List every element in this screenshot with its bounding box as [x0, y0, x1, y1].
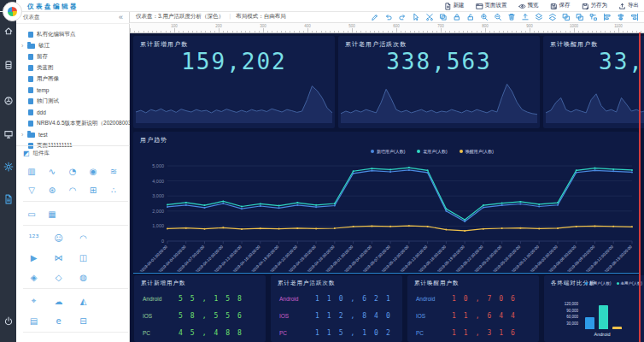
- save-as-button[interactable]: 另存为: [582, 0, 608, 14]
- divider: [23, 225, 128, 226]
- component-library-header: ◩ 组件库: [23, 150, 50, 157]
- ruler-tick: [179, 31, 179, 32]
- stats-panel-title: 累计新增用户数: [141, 280, 186, 287]
- tree-item[interactable]: 类蓝图: [16, 62, 130, 74]
- widget-bar-chart-icon[interactable]: ▥: [21, 162, 42, 180]
- widget-donut-chart-icon[interactable]: ◉: [83, 162, 103, 180]
- sidebar-item-settings[interactable]: [0, 162, 16, 172]
- tree-item[interactable]: ddd: [16, 107, 130, 118]
- widget-grid-widget-icon[interactable]: ▦: [71, 335, 96, 342]
- widget-arc-widget-icon[interactable]: ◠: [71, 228, 96, 247]
- widget-search-widget-icon[interactable]: ◎: [46, 335, 71, 342]
- collapse-panel-button[interactable]: «: [119, 14, 123, 21]
- sidebar-item-dashboard[interactable]: [0, 96, 16, 106]
- widget-number-widget-icon[interactable]: ¹²³: [21, 228, 46, 247]
- sidebar-item-monitor[interactable]: [0, 129, 16, 139]
- file-icon: [28, 65, 33, 71]
- ruler-tick: [578, 31, 579, 32]
- widget-tab-widget-icon[interactable]: ▭: [21, 204, 42, 223]
- widget-radar-chart-icon[interactable]: ⊛: [42, 180, 62, 199]
- tree-item[interactable]: 用户画像: [16, 74, 130, 85]
- group-button[interactable]: [589, 13, 598, 21]
- ruler-tick: [477, 31, 477, 32]
- sidebar-item-pdf[interactable]: [0, 194, 16, 204]
- zoom-in-button[interactable]: [480, 13, 489, 21]
- sidebar-item-database[interactable]: [0, 60, 16, 70]
- stats-row-value: 11,644: [452, 312, 523, 320]
- align-right-button[interactable]: [630, 13, 639, 21]
- widget-globe-widget-icon[interactable]: ◍: [71, 268, 96, 286]
- widget-gauge-chart-icon[interactable]: ◠: [62, 180, 83, 199]
- widget-scatter-chart-icon[interactable]: ∴: [103, 180, 124, 199]
- cursor-button[interactable]: [412, 13, 420, 21]
- tree-item[interactable]: temp: [16, 85, 130, 96]
- legend-item[interactable]: 新用户(人数): [585, 281, 612, 286]
- ruler-tick: [530, 28, 530, 32]
- cut-button[interactable]: [425, 13, 434, 21]
- widget-pie-chart-icon[interactable]: ◔: [62, 162, 83, 180]
- widget-web-widget-icon[interactable]: e: [46, 311, 71, 330]
- new-button[interactable]: 新建: [444, 0, 465, 14]
- horizontal-ruler: 10020030040050060070080090010001100: [130, 23, 644, 33]
- chevron-right-icon: ›: [21, 43, 27, 49]
- widget-funnel-chart-icon[interactable]: ▽: [21, 180, 42, 199]
- widget-diamond-widget-icon[interactable]: ◈: [21, 268, 46, 286]
- align-left-button[interactable]: [603, 13, 612, 21]
- align-center-button[interactable]: [617, 13, 625, 21]
- widget-video-widget-icon[interactable]: ▶: [21, 248, 46, 267]
- copy-button[interactable]: [439, 13, 448, 21]
- widget-emoji-widget-icon[interactable]: ☺: [46, 228, 71, 247]
- upload-button[interactable]: [521, 13, 530, 21]
- ruler-tick: [547, 31, 548, 32]
- ruler-label: 200: [215, 24, 222, 28]
- zoom-out-button[interactable]: [494, 13, 502, 21]
- send-back-button[interactable]: [576, 13, 584, 21]
- tree-item[interactable]: 独门测试: [16, 96, 130, 107]
- widget-folder-widget-icon[interactable]: ⊟: [71, 311, 96, 330]
- preview-button[interactable]: 预览: [518, 0, 539, 14]
- trash-button[interactable]: [507, 13, 516, 21]
- export-button[interactable]: 导出: [618, 0, 639, 14]
- undo-button[interactable]: [384, 13, 393, 21]
- page-settings-button[interactable]: 页面设置: [476, 0, 507, 14]
- tree-item[interactable]: ›test: [16, 129, 130, 140]
- tree-item[interactable]: 留存: [16, 51, 130, 62]
- widget-map-pin-widget-icon[interactable]: ⌖: [21, 292, 46, 310]
- dashboard-tree-panel: 仪表盘 « 私有化编辑节点›敏江留存类蓝图用户画像temp独门测试dddNRBV…: [16, 11, 130, 342]
- widget-split-widget-icon[interactable]: ◫: [71, 248, 96, 267]
- kpi-sparkline-chart: [341, 80, 537, 127]
- unlock-button[interactable]: [466, 13, 475, 21]
- export-icon: [618, 0, 626, 14]
- tree-item[interactable]: 私有化编辑节点: [16, 29, 130, 40]
- dashboard-canvas[interactable]: 累计新增用户数159,202累计老用户活跃次数338,563累计唤醒用户数33,…: [130, 32, 644, 342]
- save-button[interactable]: 保存: [550, 0, 571, 14]
- ruler-tick: [383, 31, 383, 32]
- widget-flip-widget-icon[interactable]: ⋈: [46, 248, 71, 267]
- sidebar-item-home[interactable]: [0, 26, 16, 36]
- widget-list-widget-icon[interactable]: ≡: [21, 335, 46, 342]
- stats-row-value: 11,316: [452, 329, 523, 337]
- widget-shape-widget-icon[interactable]: ◇: [46, 268, 71, 286]
- tree-item[interactable]: NRBV4.6.5版本更新说明（202008003）: [16, 118, 130, 129]
- ruler-tick: [512, 31, 512, 32]
- layer-up-button[interactable]: [535, 13, 543, 21]
- widget-document-widget-icon[interactable]: ▤: [21, 311, 46, 330]
- widget-table-widget-icon[interactable]: ▦: [42, 204, 62, 223]
- ruler-tick: [507, 31, 508, 32]
- svg-text:0: 0: [161, 239, 164, 244]
- widget-cloud-widget-icon[interactable]: ☁: [46, 292, 71, 310]
- widget-heatmap-icon[interactable]: ⊞: [83, 180, 103, 199]
- redo-button[interactable]: [398, 13, 407, 21]
- bring-front-button[interactable]: [562, 13, 571, 21]
- svg-text:1,000: 1,000: [152, 223, 164, 228]
- widget-line-chart-icon[interactable]: ∿: [42, 162, 62, 180]
- lock-button[interactable]: [453, 13, 461, 21]
- pencil-button[interactable]: [371, 13, 379, 21]
- tree-item[interactable]: ›敏江: [16, 40, 130, 51]
- widget-layers-widget-icon[interactable]: ◭: [71, 292, 96, 310]
- power-button[interactable]: [0, 316, 16, 327]
- file-icon: [28, 54, 33, 60]
- widget-area-chart-icon[interactable]: ≋: [103, 162, 124, 180]
- ruler-tick: [156, 31, 157, 32]
- layer-down-button[interactable]: [548, 13, 557, 21]
